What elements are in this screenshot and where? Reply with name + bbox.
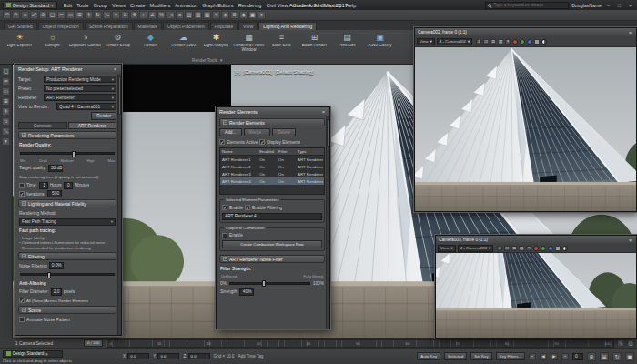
ribbon-tab-object-inspection[interactable]: Object Inspection: [38, 22, 84, 30]
viewport-menu-plus[interactable]: [+]: [235, 69, 240, 75]
schematic-view-icon[interactable]: ◈: [221, 11, 229, 19]
rfw-b-titlebar[interactable]: Camera003, frame 0 (1:1) ×: [436, 236, 636, 244]
ribbon-button-rendered-frame-window[interactable]: ▦Rendered Frame Window: [233, 32, 265, 53]
menu-edit[interactable]: Edit: [64, 3, 73, 8]
rendering-method-dropdown[interactable]: Fast Path Tracing▾: [19, 218, 116, 226]
orbit-icon[interactable]: ↻: [612, 352, 622, 361]
delete-element-button[interactable]: Delete: [272, 128, 296, 136]
add-element-button[interactable]: Add...: [219, 128, 242, 136]
select-and-rotate-icon[interactable]: ↻: [94, 11, 102, 19]
ribbon-tab-view[interactable]: View: [238, 22, 258, 30]
time-configuration-icon[interactable]: ◷: [627, 339, 634, 347]
reference-coordinate-dropdown[interactable]: ▾: [112, 11, 120, 19]
render-button[interactable]: Render: [91, 112, 116, 120]
viewport-shading-label[interactable]: [Default Shading]: [275, 69, 313, 75]
minutes-field[interactable]: 0: [64, 182, 73, 189]
menu-rendering[interactable]: Rendering: [238, 3, 262, 8]
iterations-field[interactable]: 500: [47, 190, 62, 197]
ribbon-tab-get-started[interactable]: Get Started: [4, 22, 37, 30]
dock-scale-icon[interactable]: ⊞: [2, 97, 10, 106]
search-box[interactable]: [485, 2, 569, 9]
viewport-dropdown[interactable]: 4 - Camera002▾: [437, 38, 473, 46]
select-object-icon[interactable]: ▢: [48, 11, 56, 19]
ribbon-button-state-sets[interactable]: ≡State Sets: [266, 32, 298, 48]
merge-element-button[interactable]: Merge...: [244, 128, 271, 136]
pan-icon[interactable]: ⊞: [600, 352, 609, 361]
noise-filtering-slider[interactable]: [20, 273, 115, 276]
tab-common[interactable]: Common: [18, 122, 67, 129]
timeline-ruler[interactable]: 0102030405060708090100: [106, 339, 614, 348]
element-row[interactable]: ART Renderer 1OnOnART Renderer: [220, 156, 324, 163]
area-to-render-dropdown[interactable]: View▾: [417, 38, 435, 46]
ribbon-button-light-explorer[interactable]: ☀Light Explorer: [4, 32, 35, 48]
view-to-render-dropdown[interactable]: Quad 4 - Camera001▾: [56, 103, 116, 110]
render-setup-titlebar[interactable]: Render Setup: ART Renderer ×: [15, 65, 121, 74]
tab-art-renderer[interactable]: ART Renderer: [68, 122, 117, 129]
bind-to-space-warp-icon[interactable]: ⊘: [39, 11, 47, 19]
copy-image-icon[interactable]: ⊡: [504, 246, 510, 251]
viewport-camera-label[interactable]: [Camera001]: [243, 69, 272, 75]
render-quality-slider[interactable]: [20, 152, 115, 155]
filter-strength-slider[interactable]: [229, 282, 310, 285]
render-elements-titlebar[interactable]: Render Elements ×: [217, 107, 329, 116]
ribbon-button-sunlight[interactable]: ☼Sunlight: [36, 32, 68, 48]
ribbon-button-exposure-control[interactable]: ◑Exposure Control: [69, 32, 101, 48]
add-time-tag[interactable]: Add Time Tag: [238, 354, 263, 359]
filter-diameter-field[interactable]: 2.0: [51, 288, 62, 296]
dock-layers-icon[interactable]: ▾: [2, 137, 10, 146]
save-image-icon[interactable]: ⇓: [476, 39, 481, 45]
element-name-field[interactable]: ART Renderer 4: [222, 213, 322, 220]
red-channel-icon[interactable]: [533, 246, 539, 251]
rectangular-selection-region-icon[interactable]: ▭: [66, 11, 75, 19]
blue-channel-icon[interactable]: [548, 246, 553, 251]
menu-modifiers[interactable]: Modifiers: [150, 3, 171, 8]
time-slider[interactable]: 0 / 100: [84, 339, 103, 347]
display-elements-checkbox[interactable]: [259, 139, 265, 145]
x-field[interactable]: 0.0: [127, 353, 149, 359]
go-to-end-icon[interactable]: »: [561, 353, 569, 360]
angle-snap-icon[interactable]: ∠: [148, 11, 157, 19]
create-combustion-workspace-button[interactable]: Create Combustion Workspace Now: [222, 240, 322, 248]
render-setup-icon[interactable]: ◆: [239, 11, 248, 19]
ribbon-tab-scene-preparation[interactable]: Scene Preparation: [85, 22, 133, 30]
render-production-icon[interactable]: ●: [258, 11, 266, 19]
current-frame-field[interactable]: 0: [572, 353, 583, 360]
red-channel-icon[interactable]: [512, 39, 518, 45]
maximize-button[interactable]: □: [615, 3, 623, 8]
menu-civil-view[interactable]: Civil View: [266, 3, 288, 8]
panel-expand-icon[interactable]: ▾: [220, 58, 222, 63]
menu-animation[interactable]: Animation: [175, 3, 197, 8]
mirror-icon[interactable]: ◅: [167, 11, 175, 19]
ribbon-button-render-setup[interactable]: ⚙Render Setup: [102, 32, 134, 48]
renderer-dropdown[interactable]: ART Renderer▾: [44, 94, 116, 101]
target-quality-field[interactable]: 30 dB: [48, 165, 63, 172]
key-filters-button[interactable]: Key Filters...: [496, 352, 525, 360]
alpha-channel-icon[interactable]: [534, 39, 540, 45]
blue-channel-icon[interactable]: [527, 39, 532, 45]
preset-dropdown[interactable]: No preset selected▾: [44, 85, 116, 92]
window-crossing-toggle-icon[interactable]: ⊞: [76, 11, 84, 19]
print-image-icon[interactable]: ▤: [519, 246, 524, 251]
dock-mirror-icon[interactable]: ↻: [2, 117, 10, 126]
align-icon[interactable]: ≡: [176, 11, 184, 19]
unlink-selection-icon[interactable]: ☍: [30, 11, 38, 19]
ribbon-tab-object-placement[interactable]: Object Placement: [163, 22, 209, 30]
ribbon-tab-lighting-and-rendering[interactable]: Lighting And Rendering: [258, 22, 317, 30]
ribbon-button-render-a360[interactable]: ☁Render A360: [167, 32, 199, 48]
redo-icon[interactable]: ↷: [12, 11, 20, 19]
menu-views[interactable]: Views: [112, 3, 126, 8]
viewport-label[interactable]: [+] [Camera001] [Default Shading]: [235, 69, 313, 75]
previous-frame-icon[interactable]: ◀: [540, 353, 547, 360]
percent-snap-icon[interactable]: %: [157, 11, 166, 19]
rollout-render-elements[interactable]: −Render Elements: [219, 118, 325, 126]
monochrome-icon[interactable]: [541, 39, 547, 45]
render-setup-scrollbar[interactable]: [117, 74, 121, 335]
menu-graph-editors[interactable]: Graph Editors: [202, 3, 234, 8]
menu-help[interactable]: Help: [346, 3, 357, 8]
ribbon-button-render[interactable]: ◆Render: [135, 32, 167, 48]
close-icon[interactable]: ×: [627, 238, 633, 243]
workspace-dropdown-bottom[interactable]: Design Standard ▾: [3, 350, 63, 358]
toggle-layer-explorer-icon[interactable]: ▥: [194, 11, 202, 19]
close-button[interactable]: ×: [626, 3, 634, 8]
go-to-start-icon[interactable]: «: [529, 353, 536, 360]
